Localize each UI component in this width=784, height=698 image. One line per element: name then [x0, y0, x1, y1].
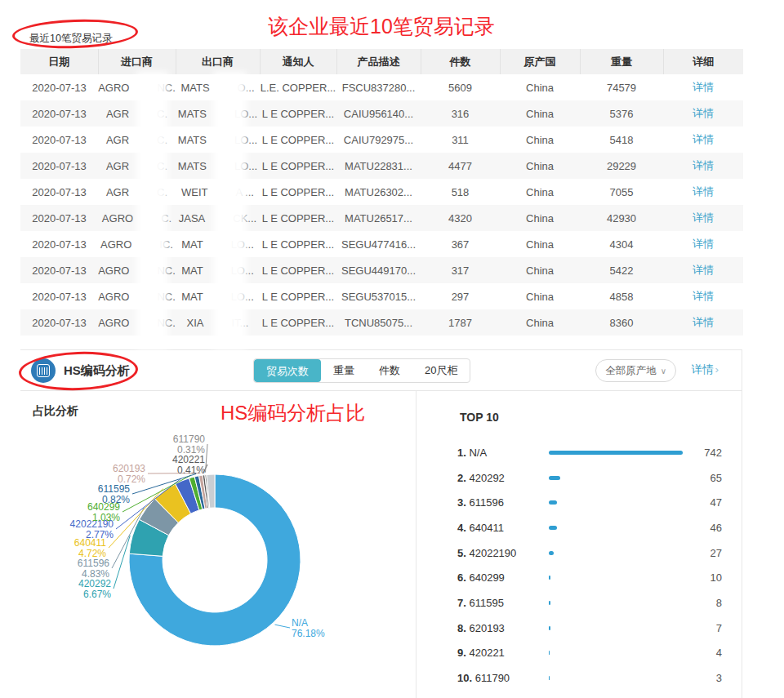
cell-notifier: L E COPPER... [260, 205, 336, 231]
hs-detail-link[interactable]: 详情› [692, 362, 719, 377]
detail-link[interactable]: 详情 [693, 185, 714, 198]
cell-origin: China [500, 127, 580, 153]
annotation-top-text: 该企业最近10笔贸易记录 [268, 13, 495, 40]
top10-bar-track [549, 576, 688, 580]
cell-date: 2020-07-13 [20, 74, 98, 100]
cell-notifier: L E COPPER... [260, 127, 336, 153]
cell-date: 2020-07-13 [20, 179, 98, 205]
top10-row: 7. 6115958 [416, 590, 742, 616]
tab-1[interactable]: 重量 [321, 359, 367, 382]
pie-label-611790: 6117900.31% [173, 434, 205, 455]
table-row: 2020-07-13AGRC.MATSLO...L E COPPER...CAI… [20, 127, 743, 153]
cell-qty: 5609 [421, 74, 500, 100]
top10-title: TOP 10 [460, 411, 499, 424]
top10-bar [549, 626, 550, 630]
detail-link[interactable]: 详情 [693, 264, 714, 276]
top10-rank-code: 5. 42022190 [416, 547, 549, 559]
detail-link[interactable]: 详情 [693, 290, 714, 302]
top10-bar [549, 526, 557, 530]
column-header-7: 重量 [580, 49, 663, 74]
chevron-right-icon: › [715, 363, 719, 376]
top10-bar [549, 676, 550, 680]
pie-leader-line [114, 536, 130, 589]
column-header-1: 进口商 [98, 49, 176, 74]
cell-exporter: WEITA ... [176, 179, 260, 205]
top10-pane: TOP 10 1. N/A7422. 420292653. 611596474.… [416, 391, 742, 698]
cell-notifier: L E COPPER... [260, 231, 336, 257]
cell-origin: China [500, 283, 580, 309]
table-header-row: 日期进口商出口商通知人产品描述件数原产国重量详细 [20, 49, 743, 74]
top10-value: 3 [688, 672, 742, 684]
cell-qty: 311 [421, 127, 500, 153]
pie-label-611595: 6115950.82% [98, 484, 130, 505]
top10-list: 1. N/A7422. 420292653. 611596474. 640411… [416, 440, 742, 691]
cell-exporter: MATSLO... [176, 127, 260, 153]
tab-3[interactable]: 20尺柜 [412, 359, 470, 382]
cell-qty: 518 [421, 179, 500, 205]
trade-table-title: 最近10笔贸易记录 [29, 32, 112, 46]
tab-0[interactable]: 贸易次数 [254, 359, 321, 382]
cell-origin: China [500, 74, 580, 100]
top10-rank-code: 10. 611790 [416, 672, 549, 684]
top10-bar [549, 476, 560, 480]
cell-exporter: MATLO... [176, 283, 260, 309]
pie-label-640299: 6402991.03% [87, 502, 120, 522]
column-header-8: 详细 [663, 49, 743, 74]
cell-date: 2020-07-13 [20, 153, 98, 179]
table-row: 2020-07-13AGRC.WEITA ...L E COPPER...MAT… [20, 179, 743, 205]
table-row: 2020-07-13AGRC.MATSLO...L E COPPER...MAT… [20, 153, 743, 179]
cell-detail: 详情 [663, 74, 743, 100]
cell-exporter: MATSLO... [176, 153, 260, 179]
detail-link[interactable]: 详情 [693, 107, 714, 119]
cell-product: CAIU792975... [336, 127, 421, 153]
cell-importer: AGRONC. [98, 74, 176, 100]
cell-date: 2020-07-13 [20, 283, 98, 309]
cell-date: 2020-07-13 [20, 205, 98, 231]
cell-weight: 29229 [580, 153, 663, 179]
cell-origin: China [500, 205, 580, 231]
cell-detail: 详情 [663, 231, 743, 257]
cell-origin: China [500, 231, 580, 257]
detail-link[interactable]: 详情 [693, 81, 714, 93]
detail-link[interactable]: 详情 [693, 238, 714, 250]
cell-detail: 详情 [663, 127, 743, 153]
column-header-6: 原产国 [500, 49, 580, 74]
pie-label-420292: 4202926.67% [78, 579, 111, 599]
detail-link[interactable]: 详情 [693, 211, 714, 224]
cell-exporter: JASACK... [176, 205, 260, 231]
cell-product: CAIU956140... [336, 100, 421, 127]
tab-2[interactable]: 件数 [367, 359, 412, 382]
detail-link[interactable]: 详情 [693, 133, 714, 145]
top10-bar [549, 551, 554, 555]
cell-importer: AGRONC. [98, 283, 176, 309]
hs-section-title: HS编码分析 [64, 363, 130, 379]
detail-link[interactable]: 详情 [693, 159, 714, 171]
detail-link[interactable]: 详情 [693, 316, 714, 328]
cell-qty: 4320 [421, 205, 500, 231]
top10-value: 46 [688, 522, 742, 534]
cell-qty: 4477 [421, 153, 500, 179]
cell-date: 2020-07-13 [20, 309, 98, 336]
cell-origin: China [500, 100, 580, 127]
cell-qty: 367 [421, 231, 500, 257]
table-row: 2020-07-13AGRONC.MATSO...L.E. COPPER...F… [20, 74, 743, 100]
origin-filter-dropdown[interactable]: 全部原产地∨ [595, 359, 676, 382]
pie-leader-line [206, 444, 208, 473]
top10-rank-code: 2. 420292 [416, 472, 549, 484]
top10-value: 742 [688, 447, 742, 459]
top10-bar-track [549, 626, 688, 630]
top10-row: 9. 4202214 [416, 641, 742, 666]
cell-weight: 5418 [580, 127, 663, 153]
pie-label-640411: 6404114.72% [74, 538, 106, 558]
top10-value: 27 [688, 547, 742, 559]
top10-rank-code: 9. 420221 [416, 647, 549, 659]
cell-exporter: MATLO... [176, 257, 260, 283]
cell-importer: AGRONC. [98, 309, 176, 336]
cell-date: 2020-07-13 [20, 257, 98, 283]
cell-importer: AGRC. [98, 127, 176, 153]
top10-bar-track [549, 451, 688, 455]
cell-weight: 5376 [580, 100, 663, 127]
cell-importer: AGROC. [98, 205, 176, 231]
top10-row: 1. N/A742 [416, 440, 742, 465]
table-row: 2020-07-13AGRONC.MATLO...L E COPPER...SE… [20, 257, 743, 283]
